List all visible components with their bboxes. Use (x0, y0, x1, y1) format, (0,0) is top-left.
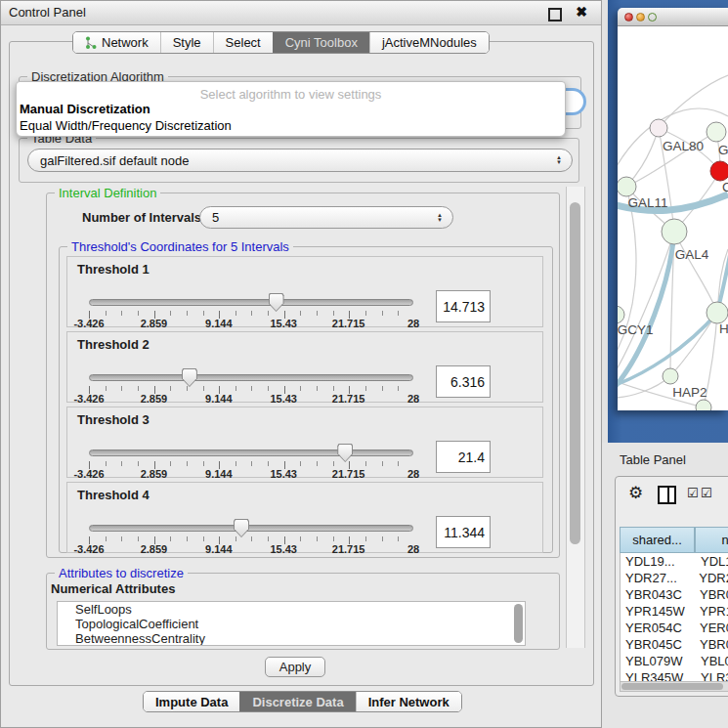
control-panel-window: Control Panel ✖ Network Style Select (0, 0, 602, 728)
table-data-group: Table Data galFiltered.sif default node … (19, 138, 579, 183)
table-row[interactable]: YBL079WYBL0 (621, 653, 728, 669)
node-label-gal4: GAL4 (675, 247, 709, 262)
table-header-row: shared... na (620, 527, 728, 553)
settings-gear-icon[interactable]: ⚙ (628, 483, 643, 503)
threshold-3-row: Threshold 3 -3.426 2.859 9.144 15.43 21.… (66, 407, 543, 478)
network-node-gcy1[interactable] (618, 306, 624, 323)
tab-network[interactable]: Network (73, 32, 160, 53)
control-panel-tabbar: Network Style Select Cyni Toolbox jActiv… (72, 31, 490, 54)
network-canvas[interactable]: GAL80 GA C GAL11 GAL4 GCY1 H HAP2 (618, 26, 728, 410)
thresholds-group-title: Threshold's Coordinates for 5 Intervals (67, 239, 293, 254)
list-item[interactable]: TopologicalCoefficient (58, 617, 525, 631)
network-node-h[interactable] (707, 302, 728, 323)
screen: Control Panel ✖ Network Style Select (0, 0, 728, 728)
split-columns-icon[interactable] (658, 486, 676, 504)
node-label-gal80: GAL80 (663, 139, 704, 153)
table-panel: Table Panel ⚙ ☑ ☑ shared... na YDL19...Y… (602, 443, 728, 728)
tab-infer-network[interactable]: Infer Network (356, 692, 461, 711)
table-row[interactable]: YBR043CYBR0 (621, 586, 728, 603)
network-view-window: GAL80 GA C GAL11 GAL4 GCY1 H HAP2 (618, 8, 728, 410)
dropdown-option-manual-discretization[interactable]: Manual Discretization (20, 102, 150, 116)
table-row[interactable]: YPR145WYPR1 (621, 603, 728, 620)
network-node-top-right[interactable] (707, 122, 726, 142)
threshold-4-row: Threshold 4 -3.426 2.859 9.144 15.43 21.… (66, 482, 543, 553)
node-label-gal11: GAL11 (627, 195, 667, 210)
threshold-2-row: Threshold 2 -3.426 2.859 9.144 15.43 21.… (66, 331, 543, 403)
table-rows: YDL19...YDL1 YDR27...YDR2 YBR043CYBR0 YP… (620, 553, 728, 681)
network-node-hap2[interactable] (663, 368, 678, 384)
table-row[interactable]: YER054CYER0 (621, 620, 728, 636)
numerical-attributes-list[interactable]: SelfLoops TopologicalCoefficient Between… (57, 601, 526, 646)
table-horizontal-scrollbar[interactable] (620, 681, 728, 692)
numerical-attributes-label: Numerical Attributes (51, 581, 175, 596)
tab-impute-data[interactable]: Impute Data (144, 692, 239, 711)
column-header-shared-name[interactable]: shared... (620, 527, 695, 553)
algorithm-dropdown-popup: Select algorithm to view settings Manual… (16, 81, 566, 137)
list-scrollbar-thumb[interactable] (514, 604, 523, 643)
combo-stepper-icon: ▲▼ (556, 155, 562, 165)
dropdown-option-equal-width-frequency[interactable]: Equal Width/Frequency Discretization (20, 118, 232, 133)
threshold-2-value-field[interactable]: 6.316 (436, 365, 491, 398)
threshold-2-slider-thumb[interactable] (182, 368, 197, 387)
mac-minimize-icon[interactable] (636, 13, 645, 21)
attributes-group-title: Attributes to discretize (55, 566, 188, 580)
network-node-gal11[interactable] (618, 177, 636, 196)
interval-definition-group: Interval Definition Number of Intervals … (46, 193, 560, 558)
table-data-combobox[interactable]: galFiltered.sif default node ▲▼ (27, 149, 573, 172)
column-header-name[interactable]: na (695, 527, 728, 553)
network-window-titlebar[interactable] (618, 8, 728, 26)
threshold-1-value-field[interactable]: 14.713 (436, 290, 491, 322)
attributes-group: Attributes to discretize Numerical Attri… (46, 573, 560, 650)
threshold-4-slider[interactable] (89, 522, 413, 537)
panel-vertical-scrollbar[interactable] (566, 187, 585, 648)
table-row[interactable]: YDR27...YDR2 (621, 570, 728, 586)
combo-stepper-icon: ▲▼ (437, 213, 443, 223)
checkbox-icon[interactable]: ☑ (687, 486, 699, 500)
threshold-1-slider-thumb[interactable] (269, 293, 284, 312)
tab-discretize-data[interactable]: Discretize Data (239, 692, 355, 711)
threshold-4-value-field[interactable]: 11.344 (436, 516, 491, 548)
apply-button[interactable]: Apply (265, 657, 325, 677)
mac-close-icon[interactable] (624, 13, 633, 21)
window-title: Control Panel (9, 5, 86, 20)
checkbox-icon[interactable]: ☑ (701, 486, 712, 500)
tab-jactivemnodules[interactable]: jActiveMNodules (369, 32, 489, 53)
number-of-intervals-combobox[interactable]: 5 ▲▼ (199, 206, 453, 229)
tab-style[interactable]: Style (160, 32, 213, 53)
node-label-gcy1: GCY1 (618, 322, 653, 337)
threshold-3-slider[interactable] (89, 447, 413, 462)
list-item[interactable]: BetweennessCentrality (58, 631, 525, 646)
node-label-hap2: HAP2 (672, 385, 707, 400)
interval-definition-title: Interval Definition (55, 186, 160, 200)
table-row[interactable]: YLR345WYLR3 (621, 669, 728, 681)
threshold-3-value-field[interactable]: 21.4 (436, 441, 491, 473)
scrollbar-thumb[interactable] (621, 683, 723, 690)
list-item[interactable]: SelfLoops (58, 602, 525, 617)
bottom-tabbar: Impute Data Discretize Data Infer Networ… (143, 691, 462, 712)
threshold-3-slider-thumb[interactable] (337, 444, 353, 462)
network-icon (85, 36, 97, 50)
network-node-selected-red[interactable] (710, 161, 728, 181)
tab-network-label: Network (102, 35, 149, 50)
network-node-gal80[interactable] (650, 119, 667, 137)
table-panel-box: ⚙ ☑ ☑ shared... na YDL19...YDL1 YDR27...… (615, 476, 728, 697)
node-label-ga-partial: GA (718, 143, 728, 157)
network-node-bottom[interactable] (696, 400, 711, 410)
threshold-1-row: Threshold 1 -3.426 2.859 9.144 15.43 21.… (66, 256, 543, 327)
tab-select[interactable]: Select (213, 32, 273, 53)
tab-cyni-toolbox[interactable]: Cyni Toolbox (273, 32, 369, 53)
thresholds-group: Threshold's Coordinates for 5 Intervals … (59, 246, 553, 553)
network-node-gal4[interactable] (662, 219, 687, 244)
threshold-4-slider-thumb[interactable] (234, 519, 249, 537)
float-window-icon[interactable] (548, 8, 562, 21)
mac-zoom-icon[interactable] (648, 13, 657, 21)
table-row[interactable]: YBR045CYBR0 (621, 636, 728, 653)
table-row[interactable]: YDL19...YDL1 (621, 553, 728, 570)
threshold-2-slider[interactable] (89, 371, 413, 387)
threshold-1-slider[interactable] (89, 296, 413, 312)
node-label-c-partial: C (722, 180, 728, 194)
panel-scrollbar-thumb[interactable] (570, 202, 580, 544)
control-panel-titlebar[interactable]: Control Panel ✖ (1, 1, 601, 25)
network-graph: GAL80 GA C GAL11 GAL4 GCY1 H HAP2 (618, 26, 728, 410)
close-icon[interactable]: ✖ (576, 4, 587, 20)
